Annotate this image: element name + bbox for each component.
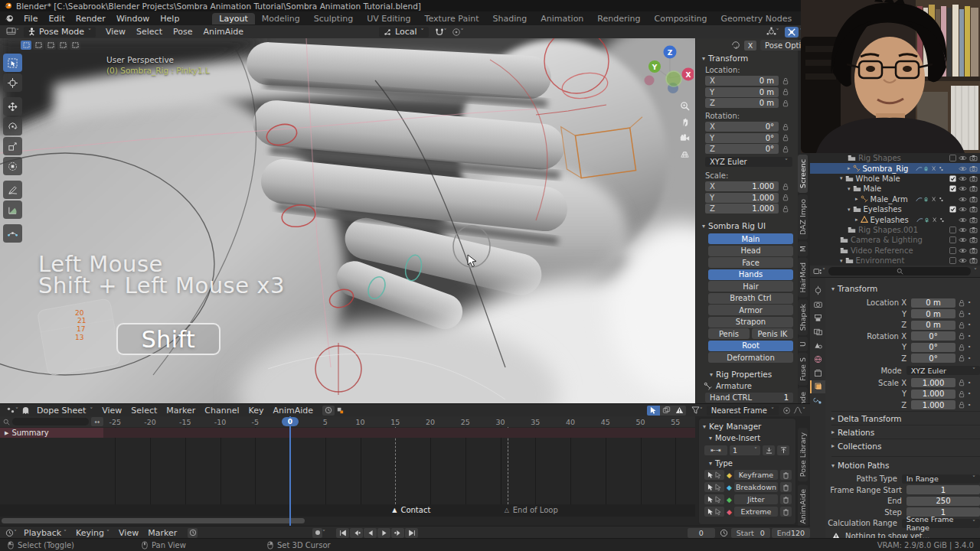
rig-ui-panel-header[interactable]: ▾Sombra Rig UI	[702, 221, 799, 230]
animate-dot[interactable]: ·	[968, 331, 971, 341]
sidebar-tab-shapek[interactable]: Shapek	[798, 299, 808, 335]
collection-checkbox[interactable]	[949, 206, 956, 213]
outliner-row-male-arm[interactable]: ▸Male_Arm	[810, 194, 980, 204]
select-keys-icon[interactable]	[707, 508, 714, 516]
transform-panel-header[interactable]: ▾Transform	[702, 54, 799, 63]
object-state-icons[interactable]	[915, 196, 944, 203]
marker-end-of-loop[interactable]: △End of Loop	[505, 506, 558, 514]
end-frame-field[interactable]: End120	[772, 528, 810, 538]
lock-open-icon[interactable]	[782, 205, 789, 213]
gizmo-z-axis[interactable]: Z	[668, 49, 673, 57]
disable-render-toggle[interactable]	[969, 236, 978, 243]
workspace-tab-modeling[interactable]: Modeling	[255, 13, 307, 24]
disable-render-toggle[interactable]	[969, 185, 978, 192]
trash-icon[interactable]	[782, 496, 789, 504]
outliner-row-sombra-rig[interactable]: ▸Sombra_Rig	[810, 163, 980, 173]
rig-button-hands[interactable]: Hands	[708, 269, 793, 280]
sidebar-tab-daz-impo[interactable]: DAZ Impo	[798, 194, 808, 240]
motion-paths-value-field[interactable]: 250	[906, 497, 980, 506]
lock-open-icon[interactable]	[959, 310, 965, 318]
jump-prev-key-button[interactable]: ⇤⇥	[704, 445, 727, 455]
snap-mode-dropdown[interactable]: Nearest Frame˅	[707, 406, 779, 416]
sync-clock-icon[interactable]	[188, 528, 198, 538]
expand-collapse-icon[interactable]: ↔	[91, 417, 103, 426]
select-mode-circle[interactable]	[45, 41, 56, 50]
animate-dot[interactable]: ·	[968, 354, 971, 364]
expand-toggle[interactable]: ▾	[848, 207, 851, 213]
key-type-button[interactable]: Jitter	[734, 494, 778, 504]
sidebar-tab-hairmod[interactable]: HairMod	[798, 258, 808, 298]
outliner-search-field[interactable]	[828, 267, 971, 276]
scale-value-field[interactable]: 1.000	[911, 390, 956, 399]
sidebar-tab-screenc[interactable]: Screenc	[798, 155, 808, 193]
tool-measure[interactable]	[3, 201, 22, 219]
playback-menu-keying[interactable]: Keying˅	[71, 528, 114, 538]
workspace-tab-rendering[interactable]: Rendering	[590, 13, 647, 24]
select-keys-icon[interactable]	[707, 484, 714, 491]
start-frame-field[interactable]: Start0	[731, 528, 770, 538]
transform-value-field[interactable]: 0 m	[911, 298, 956, 308]
editor-type-icon[interactable]: ˅	[6, 406, 18, 414]
rig-button-deformation[interactable]: Deformation	[708, 352, 793, 363]
rotation-x-field[interactable]: X0°	[705, 122, 779, 132]
viewport-3d[interactable]: 20 21 17 13 User Perspective (0) Sombra_…	[0, 38, 695, 403]
properties-collection-tab-icon[interactable]	[810, 367, 825, 380]
tool-annotate[interactable]	[3, 181, 22, 199]
menu-window[interactable]: Window	[111, 14, 155, 24]
menu-render[interactable]: Render	[70, 14, 111, 24]
disable-render-toggle[interactable]	[969, 165, 978, 172]
play-button[interactable]	[377, 528, 390, 538]
workspace-tab-geometry-nodes[interactable]: Geometry Nodes	[714, 13, 799, 24]
rotation-z-field[interactable]: Z0°	[705, 144, 779, 154]
playhead-frame-badge[interactable]: 0	[282, 417, 299, 426]
expand-toggle[interactable]: ▾	[840, 175, 843, 181]
transform-value-field[interactable]: 0°	[911, 331, 956, 341]
lock-open-icon[interactable]	[782, 183, 789, 191]
trash-icon[interactable]	[782, 484, 789, 491]
select-mode-tweak[interactable]	[21, 41, 31, 50]
jump-to-end-button[interactable]	[405, 528, 418, 538]
nav-pan-hand-button[interactable]	[678, 116, 691, 129]
disable-render-toggle[interactable]	[969, 206, 978, 213]
rig-properties-header[interactable]: ▾Rig Properties	[710, 370, 799, 379]
disable-render-toggle[interactable]	[969, 196, 978, 203]
editor-type-icon[interactable]: ˅	[6, 28, 19, 36]
dope-sheet-menu-select[interactable]: Select	[126, 406, 162, 416]
trash-icon[interactable]	[782, 508, 789, 516]
animate-dot[interactable]: ·	[968, 400, 971, 410]
properties-render-tab-icon[interactable]	[810, 298, 825, 311]
hide-eye-toggle[interactable]	[959, 185, 967, 192]
gizmo-y-axis[interactable]: Y	[652, 64, 658, 71]
disable-render-toggle[interactable]	[969, 155, 978, 161]
lock-open-icon[interactable]	[959, 344, 965, 351]
rig-button-strapon[interactable]: Strapon	[708, 317, 793, 328]
transform-orientation-dropdown[interactable]: Local˅	[379, 27, 429, 37]
disable-render-toggle[interactable]	[969, 227, 978, 233]
blender-menu-icon[interactable]	[5, 14, 14, 23]
transform-value-field[interactable]: 0 m	[911, 321, 956, 330]
only-selected-toggle[interactable]	[647, 406, 660, 416]
show-gizmo-icon[interactable]: ˅	[766, 27, 779, 37]
dope-sheet-menu-channel[interactable]: Channel	[200, 406, 243, 416]
playback-menu-view[interactable]: View	[114, 528, 143, 538]
timeline-editor-icon[interactable]: ˅	[5, 529, 17, 537]
lock-open-icon[interactable]	[959, 299, 965, 307]
object-state-icons[interactable]	[915, 165, 944, 172]
current-frame-field[interactable]: 0	[688, 528, 715, 538]
keyframe-grid[interactable]	[0, 427, 695, 504]
menu-file[interactable]: File	[18, 14, 43, 24]
location-y-field[interactable]: Y0 m	[705, 87, 779, 97]
key-type-button[interactable]: Keyframe	[734, 470, 778, 480]
playback-menu-marker[interactable]: Marker	[143, 528, 181, 538]
viewport-menu-animaide[interactable]: AnimAide	[198, 27, 249, 37]
panel-header-relations[interactable]: ▸Relations	[831, 425, 980, 439]
properties-output-tab-icon[interactable]	[810, 311, 825, 324]
tool-rotate[interactable]	[3, 117, 22, 135]
filter-icon[interactable]: ˅	[691, 406, 703, 414]
menu-edit[interactable]: Edit	[43, 14, 70, 24]
properties-world-tab-icon[interactable]	[810, 353, 825, 366]
tool-transform[interactable]	[3, 157, 22, 175]
select-keys-icon[interactable]	[707, 496, 714, 504]
prev-keyframe-button[interactable]	[350, 528, 363, 538]
collection-checkbox[interactable]	[949, 185, 956, 192]
